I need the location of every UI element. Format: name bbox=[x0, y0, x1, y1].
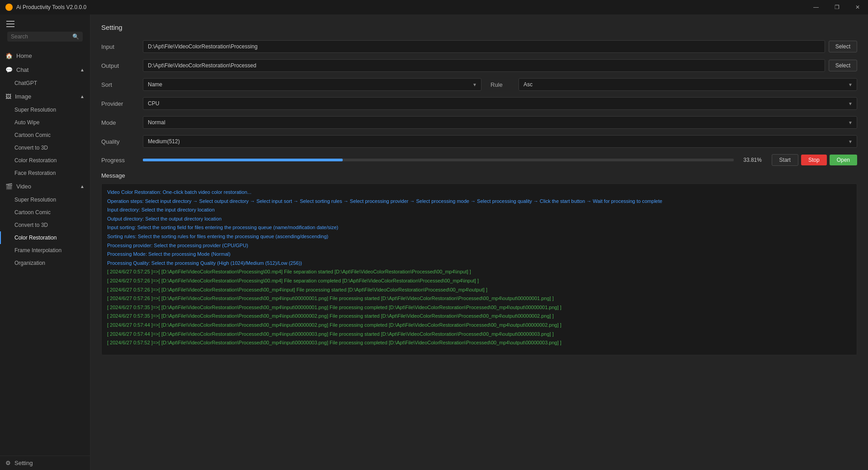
sidebar-top: 🔍 bbox=[0, 14, 90, 49]
quality-dropdown-wrap: High (1024) Medium(512) Low (256) ▼ bbox=[143, 135, 857, 148]
output-select-button[interactable]: Select bbox=[829, 60, 857, 71]
quality-row: Quality High (1024) Medium(512) Low (256… bbox=[101, 135, 857, 148]
provider-label: Provider bbox=[101, 100, 137, 107]
main-content: Setting Input Select Output Select Sort bbox=[90, 14, 868, 470]
close-button[interactable]: ✕ bbox=[847, 0, 868, 14]
mode-dropdown[interactable]: Normal Fast High Quality bbox=[143, 116, 857, 129]
log-line: Processing provider: Select the processi… bbox=[107, 242, 851, 250]
message-title: Message bbox=[101, 172, 857, 179]
sidebar-item-auto-wipe[interactable]: Auto Wipe bbox=[0, 116, 90, 129]
search-icon: 🔍 bbox=[72, 33, 79, 40]
log-line: Processing Mode: Select the processing M… bbox=[107, 250, 851, 258]
log-line: Operation steps: Select input directory … bbox=[107, 197, 851, 206]
sidebar-section-chat[interactable]: 💬 Chat ▲ bbox=[0, 63, 90, 77]
mode-wrap: Normal Fast High Quality ▼ bbox=[143, 116, 857, 129]
sidebar-item-video-cartoon-comic[interactable]: Cartoon Comic bbox=[0, 206, 90, 219]
maximize-button[interactable]: ❐ bbox=[826, 0, 847, 14]
sidebar-setting-label: Setting bbox=[14, 460, 33, 466]
sort-wrap: Name Date Modified Size ▼ Rule Asc Desc … bbox=[143, 78, 857, 91]
log-line: Input directory: Select the input direct… bbox=[107, 206, 851, 214]
log-line: [ 2024/6/27 0:57:26 ]=>[ [D:\Apt\File\Vi… bbox=[107, 286, 851, 294]
log-line: Output directory: Select the output dire… bbox=[107, 215, 851, 223]
input-row: Input Select bbox=[101, 40, 857, 53]
sidebar-item-chatgpt[interactable]: ChatGPT bbox=[0, 77, 90, 89]
provider-dropdown-wrap: CPU GPU ▼ bbox=[143, 97, 857, 110]
hamburger-button[interactable] bbox=[4, 18, 17, 30]
sort-label: Sort bbox=[101, 81, 137, 88]
start-button[interactable]: Start bbox=[772, 154, 798, 166]
output-label: Output bbox=[101, 62, 137, 69]
progress-row: Progress 33.81% Start Stop Open bbox=[101, 154, 857, 166]
sidebar-item-face-restoration[interactable]: Face Restoration bbox=[0, 167, 90, 179]
log-line: Input sorting: Select the sorting field … bbox=[107, 224, 851, 232]
log-line: [ 2024/6/27 0:57:26 ]=>[ [D:\Apt\File\Vi… bbox=[107, 295, 851, 303]
chatgpt-label: ChatGPT bbox=[14, 80, 37, 86]
page-title: Setting bbox=[101, 24, 857, 31]
sort-name-dropdown[interactable]: Name Date Modified Size bbox=[143, 78, 481, 91]
quality-wrap: High (1024) Medium(512) Low (256) ▼ bbox=[143, 135, 857, 148]
sidebar: 🔍 🏠 Home 💬 Chat ▲ ChatGPT 🖼 Image ▲ bbox=[0, 14, 90, 470]
minimize-button[interactable]: — bbox=[806, 0, 826, 14]
rule-label: Rule bbox=[491, 81, 513, 88]
log-line: [ 2024/6/27 0:57:35 ]=>[ [D:\Apt\File\Vi… bbox=[107, 312, 851, 320]
sidebar-item-setting[interactable]: ⚙ Setting bbox=[0, 456, 90, 470]
app-title: Ai Productivity Tools V2.0.0.0 bbox=[16, 4, 86, 10]
provider-dropdown[interactable]: CPU GPU bbox=[143, 97, 857, 110]
sidebar-item-home[interactable]: 🏠 Home bbox=[0, 49, 90, 63]
input-label: Input bbox=[101, 43, 137, 50]
input-select-button[interactable]: Select bbox=[829, 41, 857, 52]
sidebar-item-home-label: Home bbox=[16, 52, 32, 59]
video-chevron-icon: ▲ bbox=[80, 184, 85, 189]
sidebar-item-frame-interpolation[interactable]: Frame Interpolation bbox=[0, 244, 90, 257]
log-line: [ 2024/6/27 0:57:35 ]=>[ [D:\Apt\File\Vi… bbox=[107, 304, 851, 312]
sidebar-bottom: ⚙ Setting bbox=[0, 456, 90, 470]
progress-bar-fill bbox=[143, 159, 343, 161]
log-line: [ 2024/6/27 0:57:44 ]=>[ [D:\Apt\File\Vi… bbox=[107, 321, 851, 329]
quality-dropdown[interactable]: High (1024) Medium(512) Low (256) bbox=[143, 135, 857, 148]
mode-dropdown-wrap: Normal Fast High Quality ▼ bbox=[143, 116, 857, 129]
app-body: 🔍 🏠 Home 💬 Chat ▲ ChatGPT 🖼 Image ▲ bbox=[0, 14, 868, 470]
sidebar-item-organization[interactable]: Organization bbox=[0, 257, 90, 269]
progress-buttons: Start Stop Open bbox=[772, 154, 857, 166]
log-line: Sorting rules: Select the sorting rules … bbox=[107, 233, 851, 241]
input-field[interactable] bbox=[143, 40, 825, 53]
sidebar-section-image-label: Image bbox=[15, 93, 31, 100]
sidebar-item-video-convert-3d[interactable]: Convert to 3D bbox=[0, 219, 90, 231]
log-line: [ 2024/6/27 0:57:26 ]=>[ [D:\Apt\File\Vi… bbox=[107, 277, 851, 285]
sidebar-item-super-resolution[interactable]: Super Resolution bbox=[0, 103, 90, 116]
sidebar-section-image[interactable]: 🖼 Image ▲ bbox=[0, 89, 90, 103]
log-line: Video Color Restoration: One-click batch… bbox=[107, 188, 851, 197]
quality-label: Quality bbox=[101, 138, 137, 145]
rule-dropdown[interactable]: Asc Desc bbox=[519, 78, 857, 91]
sidebar-item-image-cartoon-comic[interactable]: Cartoon Comic bbox=[0, 129, 90, 141]
sort-row: Sort Name Date Modified Size ▼ Rule Asc … bbox=[101, 78, 857, 91]
sidebar-item-video-color-restoration[interactable]: Color Restoration bbox=[0, 231, 90, 244]
window-controls: — ❐ ✕ bbox=[806, 0, 868, 14]
image-icon: 🖼 bbox=[5, 93, 11, 100]
input-wrap: Select bbox=[143, 40, 857, 53]
video-icon: 🎬 bbox=[5, 183, 13, 190]
search-input[interactable] bbox=[11, 33, 72, 40]
home-icon: 🏠 bbox=[5, 52, 13, 59]
sidebar-item-image-convert-3d[interactable]: Convert to 3D bbox=[0, 141, 90, 154]
provider-wrap: CPU GPU ▼ bbox=[143, 97, 857, 110]
progress-percent: 33.81% bbox=[739, 157, 766, 163]
title-bar: Ai Productivity Tools V2.0.0.0 — ❐ ✕ bbox=[0, 0, 868, 14]
sidebar-item-image-color-restoration[interactable]: Color Restoration bbox=[0, 154, 90, 167]
log-line: Processing Quality: Select the processin… bbox=[107, 259, 851, 268]
setting-icon: ⚙ bbox=[5, 460, 11, 466]
search-box: 🔍 bbox=[7, 32, 83, 42]
output-row: Output Select bbox=[101, 59, 857, 72]
sidebar-section-video[interactable]: 🎬 Video ▲ bbox=[0, 179, 90, 193]
progress-bar-track bbox=[143, 159, 734, 161]
stop-button[interactable]: Stop bbox=[801, 155, 827, 165]
output-wrap: Select bbox=[143, 59, 857, 72]
mode-row: Mode Normal Fast High Quality ▼ bbox=[101, 116, 857, 129]
output-field[interactable] bbox=[143, 59, 825, 72]
sidebar-item-video-super-resolution[interactable]: Super Resolution bbox=[0, 193, 90, 206]
open-button[interactable]: Open bbox=[830, 155, 857, 165]
message-log[interactable]: Video Color Restoration: One-click batch… bbox=[101, 183, 857, 355]
image-chevron-icon: ▲ bbox=[80, 94, 85, 99]
rule-dropdown-wrap: Asc Desc ▼ bbox=[519, 78, 857, 91]
sidebar-section-chat-label: Chat bbox=[16, 66, 28, 73]
